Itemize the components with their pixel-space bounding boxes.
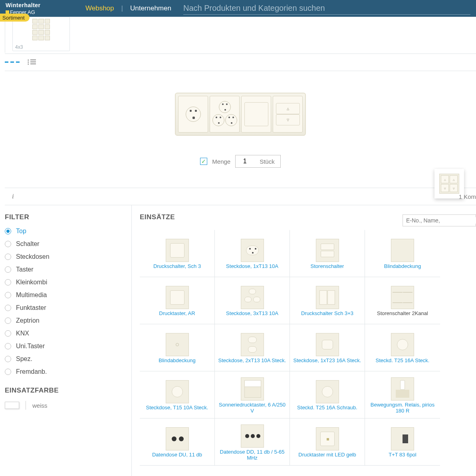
radio-dot-icon (5, 330, 11, 337)
einsatz-cell[interactable]: Datendose DU, 11 db (140, 418, 215, 466)
einsatz-cell[interactable]: Steckdose, 3xT13 10A (215, 277, 290, 324)
einsatz-cell[interactable]: Bewegungsm. Relais, pirios 180 R (365, 371, 440, 418)
einsatz-cell[interactable]: Druckschalter Sch 3+3 (290, 277, 365, 324)
top-search[interactable] (183, 2, 470, 15)
einsatz-label: Storenschalter (311, 264, 344, 270)
einsatz-cell[interactable]: Blindabdeckung (365, 230, 440, 277)
einsatz-label: Steckdose, T15 10A Steck. (146, 405, 208, 411)
einsatz-cell[interactable]: Steckdose, T15 10A Steck. (140, 371, 215, 418)
einsatz-cell[interactable]: T+T 83 6pol (365, 418, 440, 466)
einsatz-label: Datendose DD, 11 db / 5-65 MHz (216, 449, 288, 461)
filter-item-label: Uni.Taster (16, 343, 45, 350)
einsatz-cell[interactable]: Steckdose, 1xT23 16A Steck. (290, 324, 365, 371)
einsatz-cell[interactable]: Blindabdeckung (140, 324, 215, 371)
radio-dot-icon (5, 241, 11, 247)
filter-item-label: Steckdosen (16, 253, 50, 260)
filter-item-label: Fremdanb. (16, 368, 47, 375)
einsatz-label: Datendose DU, 11 db (152, 452, 202, 458)
radio-dot-icon (5, 305, 11, 311)
radio-dot-icon (5, 266, 11, 273)
einsatz-label: Bewegungsm. Relais, pirios 180 R (367, 402, 438, 414)
filter-item-label: Top (16, 228, 26, 235)
color-swatch[interactable] (5, 402, 19, 409)
filter-item-funktaster[interactable]: Funktaster (5, 304, 123, 311)
menge-box: Stück (235, 155, 281, 168)
einsatz-cell[interactable]: Steckd. T25 16A Schraub. (290, 371, 365, 418)
plate[interactable]: △▽ (175, 93, 306, 136)
filter-item-label: Zeptrion (16, 317, 40, 324)
einsatz-label: Drucktaster mit LED gelb (298, 452, 356, 458)
menge-check-icon[interactable]: ✓ (200, 158, 207, 165)
filter-options: TopSchalterSteckdosenTasterKleinkombiMul… (5, 228, 123, 375)
sortiment-tab[interactable]: Sortiment (0, 14, 30, 22)
einsatz-label: Steckd. T25 16A Schraub. (297, 405, 357, 411)
einsatz-label: Druckschalter Sch 3+3 (301, 311, 353, 317)
filter-item-label: Kleinkombi (16, 279, 47, 286)
radio-dot-icon (5, 369, 11, 375)
filter-item-zeptrion[interactable]: Zeptrion (5, 317, 123, 324)
einsaetze-search-input[interactable] (406, 217, 476, 224)
einsatz-cell[interactable]: Steckdose, 2xT13 10A Steck. (215, 324, 290, 371)
filter-item-schalter[interactable]: Schalter (5, 240, 123, 248)
einsatz-cell[interactable]: Drucktaster mit LED gelb (290, 418, 365, 466)
menge-bar: ✓ Menge Stück (5, 154, 476, 169)
filter-item-uni-taster[interactable]: Uni.Taster (5, 343, 123, 350)
einsatz-label: Steckdose, 3xT13 10A (226, 311, 278, 317)
top-search-input[interactable] (183, 4, 470, 13)
radio-dot-icon (5, 356, 11, 362)
top-nav: Webshop | Unternehmen (85, 4, 171, 12)
einsatz-label: Steckd. T25 16A Steck. (376, 358, 430, 364)
slot-1[interactable] (178, 96, 208, 133)
filter-item-label: KNX (16, 330, 29, 337)
menge-unit: Stück (254, 158, 280, 165)
einsatz-cell[interactable]: Storenschalter 2Kanal (365, 277, 440, 324)
logo-line1: Winterhalter (6, 2, 73, 8)
filter-item-kleinkombi[interactable]: Kleinkombi (5, 279, 123, 286)
frame-grid-icon (32, 19, 50, 40)
swatch-separator (26, 401, 26, 410)
einsatz-cell[interactable]: Druckschalter, Sch 3 (140, 230, 215, 277)
menge-input[interactable] (236, 155, 254, 167)
color-label: weiss (32, 402, 48, 409)
filter-item-spez-[interactable]: Spez. (5, 355, 123, 363)
filter-item-label: Taster (16, 266, 34, 273)
einsatz-cell[interactable]: Steckdose, 1xT13 10A (215, 230, 290, 277)
filter-item-top[interactable]: Top (5, 228, 123, 235)
einsatz-label: Storenschalter 2Kanal (377, 311, 428, 317)
list-view-icon[interactable] (28, 60, 36, 65)
top-bar: Winterhalter Fenner AG Webshop | Unterne… (0, 0, 476, 17)
color-row: weiss (5, 401, 123, 410)
slot-4[interactable]: △▽ (273, 96, 303, 133)
einsatz-cell[interactable]: Sonneriedrucktaster, 6 A/250 V (215, 371, 290, 418)
color-heading: EINSATZFARBE (5, 387, 123, 395)
logo[interactable]: Winterhalter Fenner AG (6, 2, 73, 15)
filter-item-multimedia[interactable]: Multimedia (5, 292, 123, 299)
filter-item-fremdanb-[interactable]: Fremdanb. (5, 368, 123, 375)
frame-thumb-4x3[interactable]: 4x3 (12, 17, 70, 51)
einsatz-cell[interactable]: Datendose DD, 11 db / 5-65 MHz (215, 418, 290, 466)
einsaetze-search[interactable] (403, 214, 476, 226)
einsatz-label: Steckdose, 2xT13 10A Steck. (218, 358, 286, 364)
einsatz-cell[interactable]: Steckd. T25 16A Steck. (365, 324, 440, 371)
menge-label: Menge (212, 158, 230, 165)
filter-item-knx[interactable]: KNX (5, 330, 123, 337)
filter-item-label: Spez. (16, 355, 32, 363)
filter-item-label: Funktaster (16, 304, 46, 311)
filter-item-taster[interactable]: Taster (5, 266, 123, 273)
nav-webshop[interactable]: Webshop (85, 4, 114, 12)
info-icon[interactable]: i (12, 192, 14, 200)
divider (5, 71, 476, 71)
radio-dot-icon (5, 343, 11, 349)
einsatz-label: T+T 83 6pol (389, 452, 416, 458)
einsatz-label: Steckdose, 1xT13 10A (226, 264, 278, 270)
frame-caption: 4x3 (15, 44, 23, 50)
grid-view-icon[interactable] (5, 61, 20, 63)
slot-3[interactable] (241, 96, 271, 133)
nav-unternehmen[interactable]: Unternehmen (130, 4, 171, 12)
einsatz-label: Drucktaster, AR (159, 311, 195, 317)
einsatz-cell[interactable]: Storenschalter (290, 230, 365, 277)
slot-2[interactable] (210, 96, 240, 133)
einsatz-label: Druckschalter, Sch 3 (153, 264, 201, 270)
filter-item-steckdosen[interactable]: Steckdosen (5, 253, 123, 260)
einsatz-cell[interactable]: Drucktaster, AR (140, 277, 215, 324)
